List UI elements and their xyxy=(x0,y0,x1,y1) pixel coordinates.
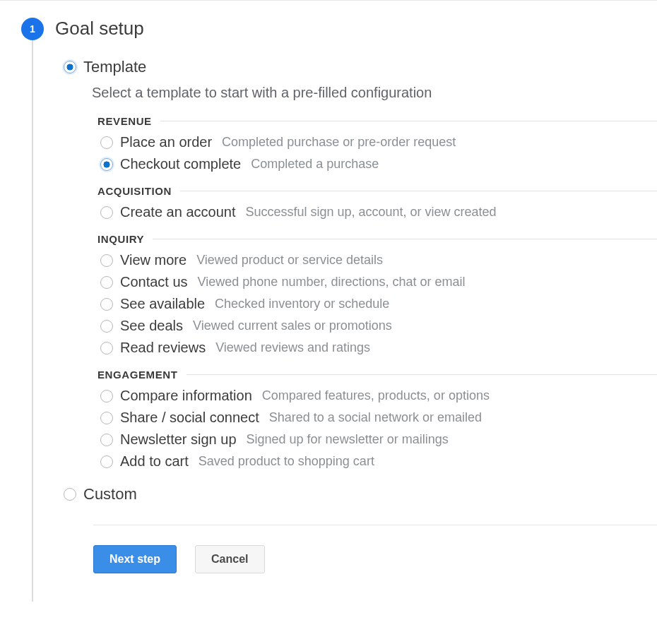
template-option-desc: Viewed reviews and ratings xyxy=(215,340,370,355)
template-group: REVENUEPlace an orderCompleted purchase … xyxy=(97,115,657,172)
goal-type-template-option[interactable]: Template xyxy=(64,58,657,76)
template-option[interactable]: Read reviewsViewed reviews and ratings xyxy=(100,340,657,356)
radio-icon xyxy=(100,434,113,446)
template-option[interactable]: Newsletter sign upSigned up for newslett… xyxy=(100,431,657,448)
divider-line xyxy=(187,374,657,375)
template-help-text: Select a template to start with a pre-fi… xyxy=(92,85,657,101)
radio-icon xyxy=(100,320,113,333)
step-connector-line xyxy=(32,40,33,602)
template-option-desc: Saved product to shopping cart xyxy=(199,454,374,469)
divider-line xyxy=(153,239,657,239)
radio-icon xyxy=(100,136,113,149)
template-option[interactable]: Place an orderCompleted purchase or pre-… xyxy=(100,134,657,150)
template-option-label: Share / social connect xyxy=(120,410,259,426)
template-group: ENGAGEMENTCompare informationCompared fe… xyxy=(97,369,657,470)
template-option[interactable]: Share / social connectShared to a social… xyxy=(100,410,657,426)
radio-icon xyxy=(100,412,113,424)
template-option-label: Add to cart xyxy=(120,453,189,470)
template-option-label: See deals xyxy=(120,318,183,334)
template-option-desc: Completed a purchase xyxy=(251,157,379,172)
radio-icon xyxy=(100,158,113,171)
goal-type-custom-option[interactable]: Custom xyxy=(64,485,657,503)
template-option[interactable]: See dealsViewed current sales or promoti… xyxy=(100,318,657,334)
template-option-label: See available xyxy=(120,296,205,312)
template-option-label: View more xyxy=(120,252,187,268)
radio-icon xyxy=(100,390,113,402)
template-option-label: Contact us xyxy=(120,274,188,290)
template-option-label: Place an order xyxy=(120,134,212,150)
radio-icon xyxy=(64,488,76,501)
template-option-desc: Compared features, products, or options xyxy=(262,388,490,403)
template-option-desc: Viewed product or service details xyxy=(196,253,383,268)
template-option[interactable]: Add to cartSaved product to shopping car… xyxy=(100,453,657,470)
group-title: ACQUISITION xyxy=(97,185,172,197)
radio-icon xyxy=(100,276,113,289)
radio-icon xyxy=(100,342,113,354)
template-option-desc: Checked inventory or schedule xyxy=(215,297,389,311)
step-number-badge: 1 xyxy=(21,18,44,40)
template-option-label: Compare information xyxy=(120,388,252,404)
radio-icon xyxy=(100,455,113,468)
template-option[interactable]: Create an accountSuccessful sign up, acc… xyxy=(100,204,657,220)
step-title: Goal setup xyxy=(55,18,657,40)
divider-line xyxy=(180,191,657,191)
template-option-desc: Signed up for newsletter or mailings xyxy=(247,432,449,447)
template-option-desc: Viewed current sales or promotions xyxy=(193,318,392,333)
cancel-button[interactable]: Cancel xyxy=(195,545,264,573)
group-title: INQUIRY xyxy=(97,233,144,245)
template-option-label: Read reviews xyxy=(120,340,206,356)
template-option[interactable]: See availableChecked inventory or schedu… xyxy=(100,296,657,312)
template-option-desc: Completed purchase or pre-order request xyxy=(222,135,456,150)
group-heading: REVENUE xyxy=(97,115,657,127)
template-option-label: Create an account xyxy=(120,204,235,220)
template-option[interactable]: View moreViewed product or service detai… xyxy=(100,252,657,268)
template-option-desc: Successful sign up, account, or view cre… xyxy=(245,205,496,220)
group-heading: ACQUISITION xyxy=(97,185,657,197)
group-title: REVENUE xyxy=(97,115,152,127)
radio-icon xyxy=(100,298,113,311)
group-title: ENGAGEMENT xyxy=(97,369,178,381)
goal-type-custom-label: Custom xyxy=(83,485,137,503)
radio-icon xyxy=(100,206,113,219)
template-option-desc: Viewed phone number, directions, chat or… xyxy=(198,275,466,290)
template-group: INQUIRYView moreViewed product or servic… xyxy=(97,233,657,356)
next-step-button[interactable]: Next step xyxy=(93,545,177,573)
radio-icon xyxy=(100,254,113,267)
template-option[interactable]: Compare informationCompared features, pr… xyxy=(100,388,657,404)
template-group: ACQUISITIONCreate an accountSuccessful s… xyxy=(97,185,657,220)
template-option[interactable]: Checkout completeCompleted a purchase xyxy=(100,156,657,172)
goal-type-template-label: Template xyxy=(83,58,146,76)
template-option-label: Newsletter sign up xyxy=(120,431,237,448)
radio-icon xyxy=(64,61,76,73)
template-option[interactable]: Contact usViewed phone number, direction… xyxy=(100,274,657,290)
template-option-desc: Shared to a social network or emailed xyxy=(269,410,482,425)
divider-line xyxy=(160,121,657,121)
group-heading: ENGAGEMENT xyxy=(97,369,657,381)
group-heading: INQUIRY xyxy=(97,233,657,245)
template-option-label: Checkout complete xyxy=(120,156,241,172)
